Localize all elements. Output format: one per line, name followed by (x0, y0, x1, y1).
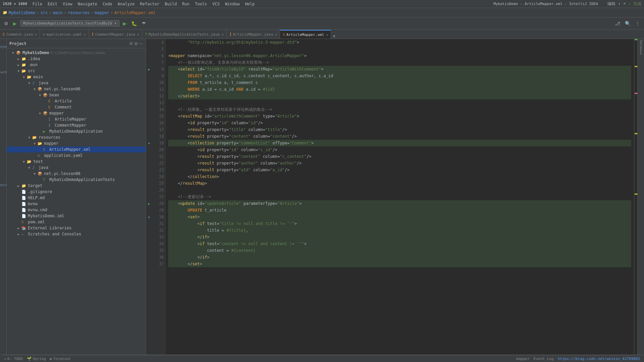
breadcrumb-main[interactable]: main (53, 10, 63, 15)
tab-mybatistest-java[interactable]: T MybatisDemoApplicationTests.java ✕ (142, 30, 227, 39)
tab-close-commentmapper[interactable]: ✕ (137, 33, 139, 36)
win-confirm-btn[interactable]: ✓ 完成 (629, 1, 641, 7)
toolbar-settings-btn[interactable]: ⚙ (3, 20, 10, 27)
code-line-36: </if> (168, 254, 631, 261)
win-edit-btn[interactable]: 编辑 (607, 1, 615, 7)
toolbar-more-btn[interactable]: ⋮ (634, 20, 641, 27)
project-expand-btn[interactable]: ⊞ (134, 41, 138, 46)
tree-application-yaml[interactable]: ▶ ⚙ application.yaml (7, 152, 146, 159)
tree-src[interactable]: ▼ 📂 src (7, 68, 146, 74)
toolbar-coverage-btn[interactable]: ☂ (140, 20, 147, 27)
tree-mvnw[interactable]: ▶ 📄 mvnw (7, 201, 146, 207)
tab-comment-java[interactable]: C Comment.java ✕ (0, 30, 40, 39)
tree-test-package[interactable]: ▼ 📦 net.yc.lesson06 (7, 171, 146, 177)
menu-view[interactable]: View (63, 2, 73, 6)
menu-refactor[interactable]: Refactor (140, 2, 159, 6)
gutter-bookmark-19[interactable]: ◆ (148, 142, 150, 145)
tree-pomxml[interactable]: ▶ X pom.xml (7, 219, 146, 225)
tree-package[interactable]: ▼ 📦 net.yc.lesson06 (7, 86, 146, 92)
tree-external-libs[interactable]: ▶ 📚 External Libraries (7, 225, 146, 231)
tree-mapper-folder[interactable]: ▼ 📂 mapper (7, 140, 146, 146)
tree-resources[interactable]: ▼ 📂 resources (7, 134, 146, 140)
gutter-run-icon-28[interactable]: ▶ (148, 202, 150, 206)
tree-java[interactable]: ▼ J java (7, 80, 146, 86)
toolbar-debug-btn[interactable]: 🐛 (130, 20, 138, 27)
tab-icon-comment: C (3, 32, 5, 37)
code-line-29: UPDATE t_article (168, 207, 631, 214)
tree-mvn[interactable]: ▶ 📁 .mvn (7, 62, 146, 68)
menu-edit[interactable]: Edit (48, 2, 57, 6)
toolbar-run-green-btn[interactable]: ▶ (122, 20, 128, 27)
code-line-35: content = #{content} (168, 247, 631, 254)
tab-close-yaml[interactable]: ✕ (84, 33, 86, 36)
tree-articlemapper-iface[interactable]: ▶ I ArticleMapper (7, 116, 146, 122)
status-url[interactable]: https://blog.csdn.net/weixin_42789883 (558, 357, 640, 361)
tree-main[interactable]: ▼ 📂 main (7, 74, 146, 80)
tab-more-btn[interactable]: ▾ (332, 34, 337, 39)
project-collapse-btn[interactable]: — (139, 41, 143, 46)
tree-gitignore[interactable]: ▶ 📄 .gitignore (7, 189, 146, 195)
tab-close-articlemapper-xml[interactable]: ✕ (326, 33, 328, 37)
bottom-tab-todo[interactable]: ☑ 6: TODO (4, 357, 23, 361)
code-line-7: <!--按id查询记录, 文章表与评论表关联查询--> (168, 59, 631, 66)
toolbar-vcs-btn[interactable]: ⎇ (613, 20, 622, 27)
menu-run[interactable]: Run (182, 2, 190, 6)
breadcrumb-mapper[interactable]: mapper (95, 10, 109, 15)
tree-commentmapper-iface[interactable]: ▶ I CommentMapper (7, 122, 146, 128)
code-line-31: <if test="title != null and title != ''"… (168, 220, 631, 227)
tree-mybatistests[interactable]: ▶ T MybatisDemoApplicationTests (7, 177, 146, 183)
tree-comment-class[interactable]: ▶ C Comment (7, 104, 146, 110)
menu-analyze[interactable]: Analyze (118, 2, 135, 6)
status-event-log[interactable]: Event Log (534, 357, 554, 361)
menu-help[interactable]: Help (245, 2, 255, 6)
tree-root[interactable]: ▼ 📦 MybatisDemo D:\IdeaProjects\MybatisD… (7, 50, 146, 56)
tab-close-articlemapper-java[interactable]: ✕ (275, 33, 277, 36)
tree-article-class[interactable]: ▶ C Article (7, 98, 146, 104)
tree-articlemapper-xml[interactable]: ▶ X ArticleMapper.xml (7, 146, 146, 152)
tree-test[interactable]: ▼ 📂 test (7, 159, 146, 165)
gutter-bookmark-30[interactable]: ◆ (148, 216, 150, 219)
run-config-selector[interactable]: MybatisDemoApplicationTests.testFindById… (20, 20, 120, 27)
menu-navigate[interactable]: Navigate (78, 2, 97, 6)
tree-mapper-pkg[interactable]: ▼ 📦 mapper (7, 110, 146, 116)
win-download-btn[interactable]: ↓ (618, 1, 620, 7)
gutter-run-icon-8[interactable]: ▶ (148, 67, 150, 71)
tree-java-test[interactable]: ▼ J java (7, 165, 146, 171)
bottom-tab-spring[interactable]: 🌱 Spring (27, 357, 46, 361)
win-close-btn[interactable]: ✕ (623, 1, 626, 7)
breadcrumb-resources[interactable]: resources (68, 10, 90, 15)
tree-helpmd[interactable]: ▶ 📄 HELP.md (7, 195, 146, 201)
toolbar-search-btn[interactable]: 🔍 (624, 20, 632, 27)
tab-articlemapper-java[interactable]: I ArticleMapper.java ✕ (227, 30, 280, 39)
tree-bean[interactable]: ▼ 📦 bean (7, 92, 146, 98)
tree-iml[interactable]: ▶ 📄 MybatisDemo.iml (7, 213, 146, 219)
tab-close-mybatistest[interactable]: ✕ (222, 33, 224, 36)
tree-mvnw-cmd[interactable]: ▶ 📄 mvnw.cmd (7, 207, 146, 213)
tree-idea[interactable]: ▶ 📁 .idea (7, 56, 146, 62)
tab-application-yaml[interactable]: ⚙ application.yaml ✕ (40, 30, 89, 39)
project-settings-btn[interactable]: ⚙ (129, 41, 133, 46)
menu-vcs[interactable]: VCS (213, 2, 220, 6)
code-line-19: <collection property="commentList" ofTyp… (168, 140, 631, 146)
tree-scratches[interactable]: ▶ ✏ Scratches and Consoles (7, 231, 146, 237)
menu-window[interactable]: Window (225, 2, 239, 6)
tab-commentmapper-java[interactable]: I CommentMapper.java ✕ (89, 30, 142, 39)
code-line-11: WHERE a.id = c.a_id AND a.id = #{id} (168, 86, 631, 93)
tab-close-comment[interactable]: ✕ (35, 33, 37, 36)
tree-mybatisapp[interactable]: ▶ ▶ MybatisDemoApplication (7, 128, 146, 134)
tree-target[interactable]: ▶ 📁 target (7, 183, 146, 189)
menu-build[interactable]: Build (165, 2, 177, 6)
tab-articlemapper-xml[interactable]: X ArticleMapper.xml ✕ (280, 30, 331, 39)
breadcrumb-src[interactable]: src (41, 10, 48, 15)
menu-file[interactable]: File (33, 2, 42, 6)
menu-code[interactable]: Code (102, 2, 112, 6)
breadcrumb-root[interactable]: MybatisDemo (9, 10, 35, 15)
right-database-icon[interactable]: Database (639, 40, 643, 55)
editor-area: ▶ ◆ ▶ (146, 39, 637, 355)
menu-tools[interactable]: Tools (195, 2, 207, 6)
code-content[interactable]: "http://mybatis.org/dtd/mybatis-3-mapper… (166, 39, 634, 355)
bottom-tab-terminal[interactable]: ▶ Terminal (50, 357, 71, 361)
code-view[interactable]: ▶ ◆ ▶ (146, 39, 637, 355)
breadcrumb-sep2: › (49, 10, 51, 15)
toolbar-run-btn[interactable]: ▶ (12, 20, 18, 27)
